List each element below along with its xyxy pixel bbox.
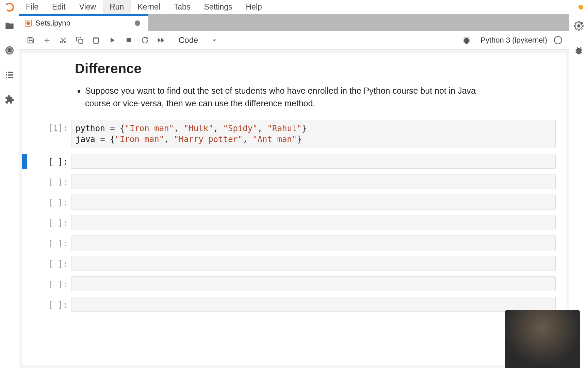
svg-rect-5 bbox=[6, 72, 7, 73]
cell-selection-bar bbox=[22, 154, 27, 169]
menu-file[interactable]: File bbox=[19, 0, 45, 14]
add-cell-button[interactable] bbox=[40, 33, 54, 47]
tabbar: Sets.ipynb bbox=[19, 14, 569, 31]
cell-prompt: [1]: bbox=[27, 120, 71, 148]
svg-marker-21 bbox=[111, 37, 115, 43]
menu-view[interactable]: View bbox=[72, 0, 103, 14]
cell-prompt: [ ]: bbox=[27, 215, 71, 230]
bullet-text: Suppose you want to find out the set of … bbox=[85, 85, 500, 110]
debugger-panel-icon[interactable] bbox=[574, 46, 584, 55]
code-input[interactable] bbox=[71, 297, 556, 312]
code-input[interactable] bbox=[71, 276, 556, 291]
menu-help[interactable]: Help bbox=[239, 0, 269, 14]
code-cell-empty[interactable]: [ ]: bbox=[22, 274, 566, 293]
code-cell-empty[interactable]: [ ]: bbox=[22, 193, 566, 212]
toc-icon[interactable] bbox=[5, 70, 14, 80]
chevron-down-icon bbox=[212, 37, 217, 43]
cell-prompt: [ ]: bbox=[27, 276, 71, 291]
notebook-icon bbox=[24, 19, 32, 27]
cell-prompt: [ ]: bbox=[27, 154, 71, 169]
cell-prompt: [ ]: bbox=[27, 195, 71, 210]
stop-button[interactable] bbox=[122, 33, 135, 47]
menu-kernel[interactable]: Kernel bbox=[131, 0, 167, 14]
save-button[interactable] bbox=[24, 33, 37, 47]
left-sidebar bbox=[0, 14, 19, 368]
folder-icon[interactable] bbox=[5, 21, 14, 31]
cell-type-select[interactable]: Code bbox=[174, 34, 222, 47]
kernel-status-icon[interactable] bbox=[554, 36, 562, 44]
svg-rect-8 bbox=[8, 74, 13, 76]
svg-point-0 bbox=[4, 2, 15, 12]
svg-rect-22 bbox=[127, 38, 131, 42]
menubar: File Edit View Run Kernel Tabs Settings … bbox=[0, 0, 588, 14]
kernel-name[interactable]: Python 3 (ipykernel) bbox=[480, 36, 547, 45]
code-cell-empty[interactable]: [ ]: bbox=[22, 254, 566, 273]
markdown-cell[interactable]: Difference Suppose you want to find out … bbox=[22, 61, 566, 110]
cell-prompt: [ ]: bbox=[27, 297, 71, 312]
menu-edit[interactable]: Edit bbox=[45, 0, 72, 14]
code-cell-empty[interactable]: [ ]: bbox=[22, 295, 566, 314]
copy-button[interactable] bbox=[73, 33, 86, 47]
svg-rect-9 bbox=[6, 77, 7, 78]
svg-rect-4 bbox=[8, 49, 11, 52]
cell-prompt: [ ]: bbox=[27, 174, 71, 189]
code-input[interactable] bbox=[71, 154, 556, 169]
tab-sets-ipynb[interactable]: Sets.ipynb bbox=[19, 14, 148, 31]
jupyter-logo bbox=[0, 0, 19, 14]
menu-settings[interactable]: Settings bbox=[197, 0, 239, 14]
code-input[interactable] bbox=[71, 195, 556, 210]
restart-button[interactable] bbox=[138, 33, 152, 47]
code-cell-1[interactable]: [1]: python = {"Iron man", "Hulk", "Spid… bbox=[22, 118, 566, 150]
cell-prompt: [ ]: bbox=[27, 256, 71, 271]
svg-marker-23 bbox=[158, 38, 161, 43]
menu-tabs[interactable]: Tabs bbox=[167, 0, 197, 14]
code-input[interactable]: python = {"Iron man", "Hulk", "Spidy", "… bbox=[71, 120, 556, 148]
status-dot-icon bbox=[578, 5, 583, 10]
code-input[interactable] bbox=[71, 174, 556, 189]
code-cell-empty[interactable]: [ ]: bbox=[22, 172, 566, 191]
property-inspector-icon[interactable] bbox=[574, 21, 584, 31]
svg-point-25 bbox=[577, 25, 580, 27]
unsaved-dot-icon bbox=[135, 20, 140, 26]
tab-title: Sets.ipynb bbox=[35, 19, 70, 28]
run-button[interactable] bbox=[105, 33, 119, 47]
heading-difference: Difference bbox=[75, 61, 552, 76]
svg-rect-7 bbox=[6, 74, 7, 76]
svg-marker-24 bbox=[161, 38, 164, 43]
svg-rect-10 bbox=[8, 77, 13, 78]
cell-type-value: Code bbox=[179, 35, 198, 45]
code-input[interactable] bbox=[71, 215, 556, 230]
paste-button[interactable] bbox=[89, 33, 103, 47]
menu-run[interactable]: Run bbox=[103, 0, 131, 14]
notebook-area[interactable]: Difference Suppose you want to find out … bbox=[22, 52, 566, 365]
restart-run-all-button[interactable] bbox=[154, 33, 168, 47]
running-terminals-icon[interactable] bbox=[5, 46, 14, 55]
code-cell-empty[interactable]: [ ]: bbox=[22, 213, 566, 232]
code-input[interactable] bbox=[71, 235, 556, 250]
notebook-toolbar: Code Python 3 (ipykernel) bbox=[19, 31, 569, 50]
code-cell-empty[interactable]: [ ]: bbox=[22, 233, 566, 252]
svg-point-12 bbox=[27, 21, 30, 25]
extension-icon[interactable] bbox=[5, 95, 14, 104]
code-cell-selected[interactable]: [ ]: bbox=[22, 152, 566, 171]
svg-rect-6 bbox=[8, 72, 13, 73]
svg-rect-20 bbox=[95, 37, 97, 38]
main-area: Sets.ipynb Code Python 3 (ipykernel) bbox=[19, 14, 569, 368]
cut-button[interactable] bbox=[56, 33, 70, 47]
cell-prompt: [ ]: bbox=[27, 235, 71, 250]
svg-rect-19 bbox=[79, 39, 83, 43]
svg-point-2 bbox=[12, 9, 13, 11]
debugger-icon[interactable] bbox=[462, 36, 471, 45]
webcam-overlay bbox=[505, 310, 580, 368]
svg-point-1 bbox=[6, 3, 7, 5]
code-input[interactable] bbox=[71, 256, 556, 271]
